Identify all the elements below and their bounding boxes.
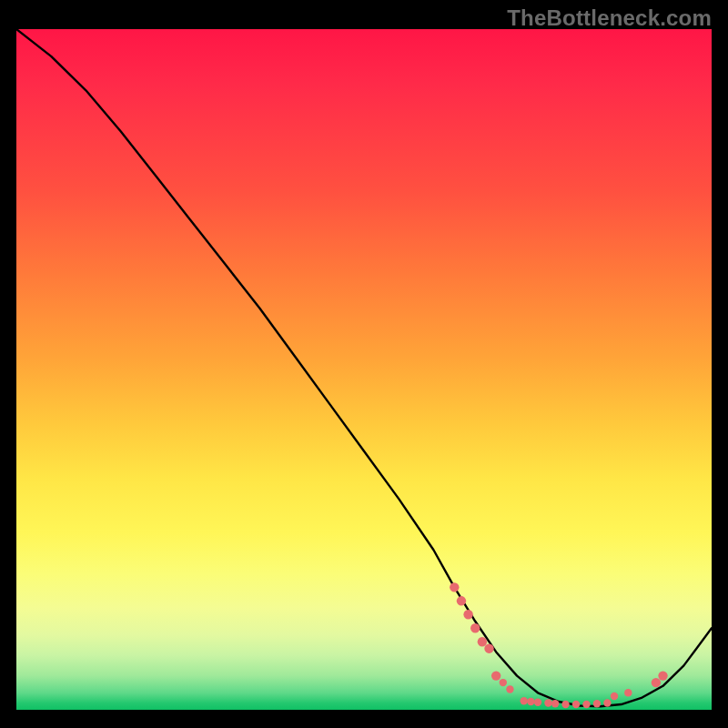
curve-marker: [491, 671, 500, 680]
curve-layer: [16, 29, 712, 710]
curve-marker: [561, 701, 569, 708]
curve-marker: [572, 701, 580, 708]
curve-marker: [500, 679, 507, 686]
curve-marker: [624, 689, 632, 696]
curve-marker: [450, 582, 459, 592]
curve-marker: [506, 685, 513, 693]
curve-marker: [593, 700, 601, 707]
curve-marker: [463, 610, 472, 619]
watermark-label: TheBottleneck.com: [507, 5, 712, 31]
curve-marker: [534, 699, 541, 706]
curve-marker: [527, 698, 534, 705]
curve-marker: [652, 678, 661, 687]
bottleneck-curve: [16, 29, 712, 706]
curve-marker: [544, 699, 551, 706]
curve-marker: [658, 671, 667, 680]
curve-marker: [603, 699, 611, 706]
curve-marker: [551, 700, 559, 707]
curve-marker: [457, 596, 466, 605]
plot-area: [16, 29, 712, 710]
curve-marker: [521, 697, 528, 704]
chart-frame: TheBottleneck.com: [0, 0, 728, 728]
curve-marker: [478, 637, 487, 646]
curve-marker: [611, 693, 618, 700]
curve-markers: [450, 582, 668, 708]
curve-marker: [484, 643, 493, 652]
curve-marker: [582, 701, 590, 708]
curve-marker: [470, 623, 480, 632]
